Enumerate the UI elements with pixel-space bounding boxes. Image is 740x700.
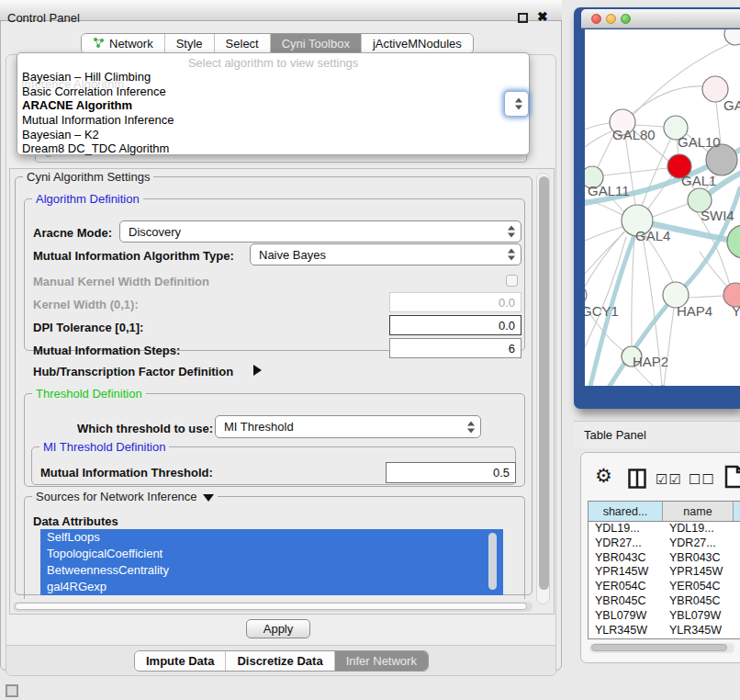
settings-vscroll-track[interactable] [536, 173, 550, 604]
network-node[interactable] [724, 29, 740, 45]
table-cell: 12 [734, 536, 740, 551]
collapsed-arrow-icon[interactable] [253, 365, 262, 376]
network-node[interactable] [727, 225, 740, 258]
data-attribute-item[interactable]: gal4RGexp [40, 579, 503, 595]
algorithm-option[interactable]: Dream8 DC_TDC Algorithm [19, 141, 527, 156]
mi-algorithm-type-combo[interactable]: Naive Bayes [250, 243, 521, 265]
manual-kernel-width-checkbox[interactable] [506, 275, 518, 287]
table-cell: YBL079W [663, 609, 734, 624]
algorithm-dropdown-popup: Select algorithm to view settings Infere… [17, 52, 530, 155]
network-node-label: GCY1 [585, 303, 619, 319]
table-cell: 9. [734, 565, 740, 580]
gear-icon[interactable]: ⚙ [595, 465, 612, 487]
document-icon[interactable] [724, 465, 740, 492]
table-row[interactable]: YPR145WYPR145W9. [589, 565, 740, 580]
table-row[interactable]: YER054CYER054C8. [589, 580, 740, 594]
network-edge[interactable] [689, 296, 724, 298]
data-attribute-item[interactable]: SelfLoops [40, 529, 503, 546]
algorithm-option[interactable]: Mutual Information Inference [19, 113, 527, 128]
attributes-list-scrollbar[interactable] [488, 533, 497, 590]
table-row[interactable]: YBR043CYBR043C [589, 551, 740, 566]
algorithm-option[interactable]: ARACNE Algorithm [19, 98, 527, 113]
checked-checkboxes-icon[interactable]: ☑☑ [656, 471, 682, 488]
tab-network[interactable]: Network [82, 34, 164, 53]
apply-button[interactable]: Apply [246, 619, 310, 638]
network-edge[interactable] [603, 168, 667, 175]
tab-discretize-data[interactable]: Discretize Data [225, 651, 333, 671]
close-icon[interactable]: ✖ [537, 9, 548, 24]
tab-impute-data[interactable]: Impute Data [135, 651, 225, 671]
columns-icon[interactable] [628, 469, 646, 492]
table-cell: YBR045C [589, 594, 663, 609]
inference-algorithm-combo-fragment[interactable] [504, 91, 529, 117]
mi-threshold-definition-title: MI Threshold Definition [39, 440, 169, 454]
network-edge[interactable] [632, 86, 703, 114]
dpi-tolerance-field[interactable]: 0.0 [389, 315, 521, 335]
hub-section-toggle[interactable]: Hub/Transcription Factor Definition [33, 365, 233, 378]
table-row[interactable]: YDL19...YDL19...13 [589, 522, 740, 536]
tab-select[interactable]: Select [214, 34, 270, 53]
minimize-button[interactable] [606, 14, 616, 24]
network-node-label: SWI4 [701, 208, 734, 223]
data-attribute-item[interactable]: TopologicalCoefficient [40, 546, 503, 562]
column-header-shared-name[interactable]: shared... [589, 502, 663, 521]
table-hscroll-track[interactable] [589, 643, 734, 653]
table-row[interactable]: YBL079WYBL079W [589, 609, 740, 624]
sources-group-title[interactable]: Sources for Network Inference [32, 490, 218, 503]
node-table: shared... name YDL19...YDL19...13YDR27..… [588, 501, 740, 639]
data-attribute-item[interactable]: BetweennessCentrality [40, 562, 503, 579]
network-node-label: GAL1 [681, 173, 716, 188]
network-window-titlebar[interactable] [581, 9, 740, 28]
network-node[interactable] [585, 286, 587, 304]
network-edge[interactable] [664, 308, 674, 386]
aracne-mode-combo[interactable]: Discovery [119, 220, 521, 243]
kernel-width-field[interactable]: 0.0 [389, 292, 521, 312]
network-canvas[interactable]: GALGAL80GAL10GAL1GAL11SWI4GAL4GCY1HAP4YH… [585, 29, 740, 386]
settings-hscroll-thumb[interactable] [15, 603, 527, 610]
algorithm-definition-title: Algorithm Definition [32, 192, 143, 206]
table-cell: YPR145W [589, 565, 663, 580]
table-cell: YBR045C [663, 594, 734, 609]
control-panel-titlebar[interactable] [0, 0, 562, 21]
network-edge[interactable] [632, 236, 634, 346]
bottom-tabbar: Impute Data Discretize Data Infer Networ… [134, 650, 429, 672]
zoom-button[interactable] [621, 14, 631, 24]
settings-vscroll-thumb[interactable] [539, 176, 549, 590]
table-row[interactable]: YDR27...YDR27...12 [589, 536, 740, 551]
algorithm-option[interactable]: Bayesian – K2 [19, 128, 527, 142]
unchecked-checkboxes-icon[interactable]: ☐☐ [689, 471, 715, 488]
table-row[interactable]: YLR345WYLR345W9. [589, 624, 740, 638]
tab-infer-network[interactable]: Infer Network [334, 651, 428, 671]
tab-jactivemnodules[interactable]: jActiveMNodules [361, 34, 473, 53]
tab-cyni-toolbox[interactable]: Cyni Toolbox [270, 34, 361, 53]
collapsed-panel-icon[interactable] [6, 684, 18, 697]
network-edge[interactable] [700, 252, 727, 287]
table-cell: YBL079W [589, 609, 663, 624]
screenshot-root: Control Panel ✖ Network Style Select Cyn… [0, 0, 740, 700]
control-panel-tabbar: Network Style Select Cyni Toolbox jActiv… [81, 33, 474, 54]
column-header-next[interactable] [734, 502, 740, 521]
which-threshold-combo[interactable]: MI Threshold [215, 415, 481, 438]
close-button[interactable] [591, 14, 601, 24]
tab-style[interactable]: Style [164, 34, 214, 53]
expanded-arrow-icon [203, 494, 214, 502]
table-hscroll-thumb[interactable] [591, 644, 727, 651]
network-edge[interactable] [585, 227, 622, 241]
table-cell: YIL052C [663, 638, 734, 639]
table-row[interactable]: YIL052CYIL052C9. [589, 638, 740, 639]
column-header-name[interactable]: name [663, 502, 734, 521]
network-edge[interactable] [653, 204, 688, 217]
kernel-width-label: Kernel Width (0,1): [33, 298, 139, 311]
table-row[interactable]: YBR045CYBR045C9. [589, 594, 740, 609]
table-cell: YPR145W [663, 565, 734, 580]
threshold-definition-title: Threshold Definition [32, 387, 146, 401]
mi-threshold-field[interactable]: 0.5 [386, 462, 516, 483]
data-attributes-list: SelfLoopsTopologicalCoefficientBetweenne… [40, 529, 503, 595]
float-window-icon[interactable] [518, 13, 528, 23]
settings-hscroll-track[interactable] [13, 602, 533, 612]
algorithm-option[interactable]: Bayesian – Hill Climbing [19, 70, 527, 85]
algorithm-option[interactable]: Basic Correlation Inference [19, 85, 527, 99]
network-edge[interactable] [585, 131, 611, 147]
mi-steps-field[interactable]: 6 [389, 338, 521, 358]
network-edge[interactable] [585, 123, 610, 130]
